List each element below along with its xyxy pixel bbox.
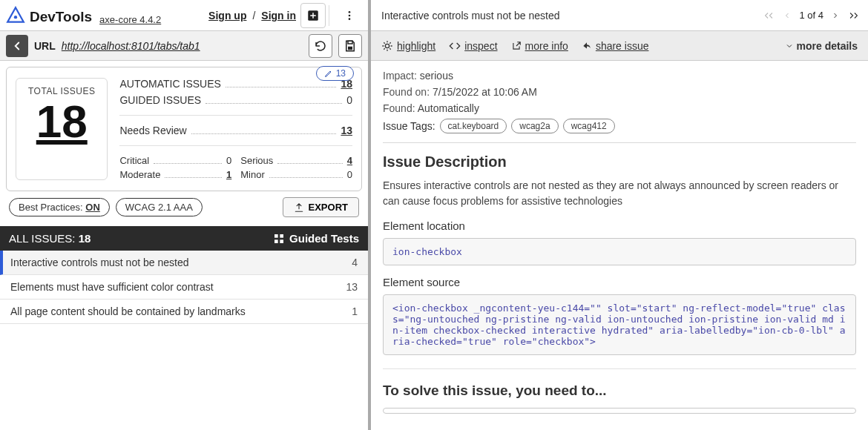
needs-review-row[interactable]: Needs Review 13 [119, 125, 352, 136]
header-divider [329, 5, 329, 26]
impact-row: Impact: serious [383, 70, 856, 82]
code-icon [449, 40, 461, 52]
pencil-icon [324, 69, 333, 78]
more-vert-icon [343, 10, 355, 22]
element-location-heading: Element location [383, 219, 856, 232]
add-box-icon [306, 9, 320, 22]
severity-moderate-row[interactable]: Moderate1 [119, 169, 231, 180]
refresh-icon [314, 39, 327, 53]
svg-point-12 [385, 44, 389, 47]
wcag-level-chip[interactable]: WCAG 2.1 AAA [116, 198, 203, 216]
svg-rect-7 [348, 46, 352, 50]
app-title: DevTools [30, 9, 92, 25]
svg-marker-0 [7, 7, 24, 22]
issue-tag[interactable]: wcag2a [511, 119, 558, 133]
issue-item[interactable]: All page content should be contained by … [0, 300, 368, 324]
issue-tag[interactable]: wcag412 [563, 119, 615, 133]
url-label: URL [34, 40, 56, 52]
total-issues-count[interactable]: 18 [36, 96, 88, 147]
guided-issues-row[interactable]: GUIDED ISSUES 0 [119, 94, 352, 106]
issue-item-count: 13 [346, 281, 358, 293]
chevron-down-icon [785, 42, 794, 50]
found-on-row: Found on: 7/15/2022 at 10:06 AM [383, 86, 856, 98]
svg-point-1 [14, 16, 17, 19]
needs-review-badge[interactable]: 13 [316, 66, 354, 81]
issue-item-count: 4 [352, 257, 358, 268]
rescan-button[interactable] [309, 34, 332, 58]
element-source-code[interactable]: <ion-checkbox _ngcontent-yeu-c144="" slo… [383, 294, 856, 355]
auth-separator: / [252, 10, 255, 22]
save-button[interactable] [338, 34, 362, 58]
total-issues-box: TOTAL ISSUES 18 [16, 78, 108, 180]
export-button[interactable]: EXPORT [283, 197, 359, 217]
grid-icon [273, 233, 285, 245]
issue-item[interactable]: Interactive controls must not be nested4 [0, 251, 368, 275]
solve-placeholder [383, 408, 856, 414]
svg-rect-8 [274, 234, 278, 238]
more-details-toggle[interactable]: more details [785, 40, 858, 52]
detail-body: Impact: serious Found on: 7/15/2022 at 1… [371, 61, 868, 430]
element-location-code[interactable]: ion-checkbox [383, 238, 856, 265]
svg-point-5 [349, 18, 351, 20]
total-issues-label: TOTAL ISSUES [28, 86, 95, 96]
severity-minor-row[interactable]: Minor0 [240, 169, 352, 180]
share-issue-button[interactable]: share issue [582, 40, 649, 52]
menu-button[interactable] [337, 3, 362, 28]
element-source-heading: Element source [383, 276, 856, 288]
svg-point-3 [349, 11, 351, 13]
inspect-button[interactable]: inspect [449, 40, 497, 52]
add-button[interactable] [300, 3, 326, 28]
back-button[interactable] [6, 35, 28, 57]
detail-pager: 1 of 4 [765, 10, 858, 21]
last-page-icon[interactable] [847, 10, 858, 21]
arrow-back-icon [10, 39, 24, 53]
severity-critical-row[interactable]: Critical0 [119, 155, 231, 166]
issue-description-text: Ensures interactive controls are not nes… [383, 178, 856, 209]
first-page-icon[interactable] [765, 10, 775, 21]
sign-in-link[interactable]: Sign in [261, 10, 296, 22]
severity-serious-row[interactable]: Serious4 [240, 155, 352, 166]
issues-list-header: ALL ISSUES: 18 Guided Tests [0, 226, 368, 251]
filter-toolbar: Best Practices: ON WCAG 2.1 AAA EXPORT [0, 197, 368, 226]
detail-title: Interactive controls must not be nested [381, 10, 559, 22]
issues-list: Interactive controls must not be nested4… [0, 251, 368, 430]
issue-item-label: Elements must have sufficient color cont… [10, 281, 214, 293]
url-bar: URL http://localhost:8101/tabs/tab1 [0, 31, 368, 61]
issue-item[interactable]: Elements must have sufficient color cont… [0, 275, 368, 300]
svg-rect-11 [280, 239, 283, 243]
app-header: DevTools axe-core 4.4.2 Sign up / Sign i… [0, 0, 368, 31]
svg-rect-6 [348, 41, 352, 44]
highlight-button[interactable]: highlight [381, 40, 435, 52]
found-row: Found: Automatically [383, 102, 856, 114]
detail-header: Interactive controls must not be nested … [371, 0, 868, 31]
svg-point-4 [349, 14, 351, 16]
upload-icon [294, 202, 304, 213]
svg-rect-9 [280, 234, 283, 238]
best-practices-toggle[interactable]: Best Practices: ON [9, 198, 110, 216]
sun-icon [381, 40, 393, 52]
svg-rect-10 [274, 239, 278, 243]
issue-description-heading: Issue Description [383, 142, 856, 171]
issue-item-label: All page content should be contained by … [10, 305, 246, 317]
summary-card: 13 TOTAL ISSUES 18 AUTOMATIC ISSUES 18 [6, 67, 362, 191]
prev-page-icon[interactable] [783, 11, 792, 20]
axe-logo-icon [6, 6, 25, 25]
sign-up-link[interactable]: Sign up [208, 10, 246, 22]
external-link-icon [511, 41, 522, 51]
next-page-icon[interactable] [831, 11, 840, 20]
save-icon [343, 39, 357, 53]
share-icon [582, 41, 592, 51]
url-link[interactable]: http://localhost:8101/tabs/tab1 [62, 40, 200, 52]
solve-heading: To solve this issue, you need to... [383, 368, 856, 399]
issue-tag[interactable]: cat.keyboard [440, 119, 507, 133]
issue-item-label: Interactive controls must not be nested [10, 257, 188, 268]
guided-tests-button[interactable]: Guided Tests [273, 232, 359, 245]
detail-toolbar: highlight inspect more info share issue … [371, 31, 868, 61]
axe-core-version-link[interactable]: axe-core 4.4.2 [99, 14, 161, 25]
issue-tags: Issue Tags: cat.keyboardwcag2awcag412 [383, 119, 856, 133]
issue-item-count: 1 [352, 305, 358, 317]
more-info-button[interactable]: more info [511, 40, 568, 52]
automatic-issues-row[interactable]: AUTOMATIC ISSUES 18 [119, 78, 352, 90]
